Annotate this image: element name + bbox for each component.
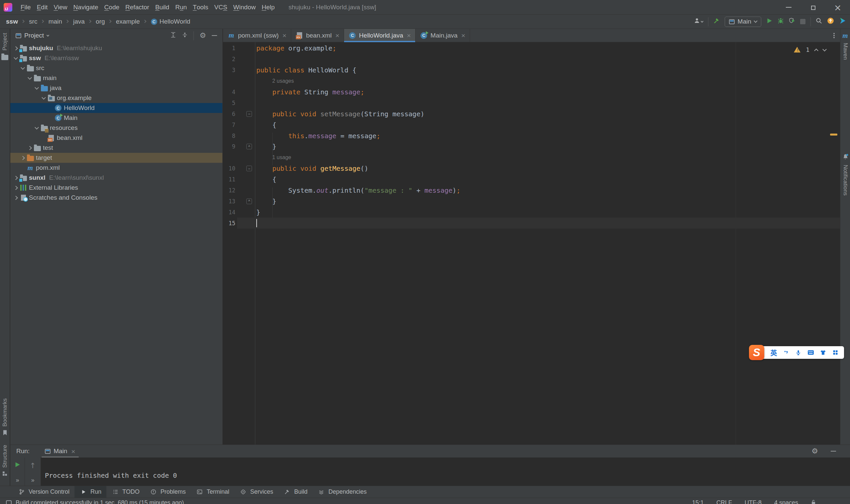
code-line-1[interactable]: 1package org.example; bbox=[223, 43, 840, 54]
menu-edit[interactable]: Edit bbox=[34, 0, 51, 15]
chevron-down-icon[interactable] bbox=[28, 75, 32, 80]
run-config-select[interactable]: Main bbox=[725, 17, 761, 27]
more-actions-icon[interactable]: » bbox=[31, 477, 34, 484]
breadcrumb-HelloWorld[interactable]: CHelloWorld bbox=[150, 18, 191, 25]
editor-tab-bean.xml[interactable]: bean.xml× bbox=[291, 29, 344, 42]
menu-view[interactable]: View bbox=[51, 0, 70, 15]
code-editor[interactable]: 1package org.example;23public class Hell… bbox=[223, 42, 840, 445]
chevron-right-icon[interactable] bbox=[21, 156, 25, 160]
tool-button-project[interactable]: Project bbox=[0, 33, 10, 62]
breadcrumb-main[interactable]: main bbox=[48, 18, 63, 25]
toolwindow-button-run[interactable]: Run bbox=[74, 486, 106, 498]
code-line-5[interactable]: 5 bbox=[223, 97, 840, 108]
breadcrumb-example[interactable]: example bbox=[116, 18, 141, 25]
tree-item-sunxl[interactable]: sunxlE:\learn\sunxl\sunxl bbox=[10, 173, 223, 183]
code-line-4[interactable]: 4 private String message; bbox=[223, 87, 840, 98]
close-button[interactable]: × bbox=[826, 0, 850, 15]
close-icon[interactable]: × bbox=[335, 32, 339, 39]
run-tab-main[interactable]: Main × bbox=[42, 445, 78, 457]
rerun-button[interactable] bbox=[14, 462, 21, 469]
tree-item-Main[interactable]: Main bbox=[10, 113, 223, 123]
tool-button-maven[interactable]: Maven bbox=[840, 32, 850, 60]
menu-help[interactable]: Help bbox=[259, 0, 278, 15]
tree-item-HelloWorld[interactable]: HelloWorld bbox=[10, 103, 223, 113]
editor-tab-Main.java[interactable]: Main.java× bbox=[415, 29, 470, 42]
tree-item-target[interactable]: target bbox=[10, 153, 223, 163]
collapse-all-icon[interactable] bbox=[182, 32, 188, 39]
chevron-down-icon[interactable] bbox=[35, 85, 39, 90]
code-line-9[interactable]: 9^ } bbox=[223, 141, 840, 152]
file-encoding[interactable]: UTF-8 bbox=[745, 499, 762, 504]
sogou-logo-icon[interactable]: S bbox=[749, 345, 764, 360]
menu-navigate[interactable]: Navigate bbox=[70, 0, 101, 15]
menu-refactor[interactable]: Refactor bbox=[122, 0, 152, 15]
search-everywhere-button[interactable] bbox=[816, 18, 822, 25]
menu-window[interactable]: Window bbox=[230, 0, 259, 15]
tree-item-test[interactable]: test bbox=[10, 143, 223, 153]
menu-build[interactable]: Build bbox=[152, 0, 172, 15]
chevron-right-icon[interactable] bbox=[14, 46, 18, 51]
tree-item-main[interactable]: main bbox=[10, 73, 223, 83]
indent-setting[interactable]: 4 spaces bbox=[774, 499, 798, 504]
hide-run-panel-icon[interactable] bbox=[831, 451, 836, 451]
code-line-10[interactable]: 10− public void getMessage() bbox=[223, 163, 840, 174]
restore-button[interactable] bbox=[801, 0, 826, 15]
chevron-right-icon[interactable] bbox=[14, 196, 18, 200]
inlay-hint[interactable]: 1 usage bbox=[223, 152, 840, 163]
chevron-right-icon[interactable] bbox=[28, 146, 32, 150]
breadcrumb-java[interactable]: java bbox=[72, 18, 85, 25]
debug-button[interactable] bbox=[778, 18, 784, 25]
run-settings-gear-icon[interactable]: ⚙ bbox=[811, 448, 818, 455]
update-button[interactable] bbox=[827, 17, 834, 26]
tool-button-structure[interactable]: Structure bbox=[0, 445, 10, 478]
menu-tools[interactable]: Tools bbox=[190, 0, 211, 15]
toolwindow-button-terminal[interactable]: Terminal bbox=[191, 486, 234, 498]
toolwindow-button-problems[interactable]: Problems bbox=[145, 486, 191, 498]
chevron-down-icon[interactable] bbox=[35, 125, 39, 130]
toolwindow-button-services[interactable]: Services bbox=[234, 486, 278, 498]
run-console[interactable]: Process finished with exit code 0 bbox=[41, 457, 850, 486]
punctuation-icon[interactable] bbox=[780, 350, 792, 355]
settings-gear-icon[interactable]: ⚙ bbox=[199, 32, 206, 39]
inspection-widget[interactable]: 1 bbox=[794, 46, 826, 53]
ide-gradient-button[interactable] bbox=[839, 17, 846, 26]
project-panel-title[interactable]: Project bbox=[24, 32, 44, 39]
scroll-up-icon[interactable]: ↑ bbox=[30, 462, 36, 470]
breadcrumb-src[interactable]: src bbox=[28, 18, 38, 25]
fold-collapse-icon[interactable]: − bbox=[246, 166, 252, 172]
previous-warning-icon[interactable] bbox=[814, 49, 818, 53]
skin-icon[interactable] bbox=[817, 349, 829, 356]
menu-file[interactable]: File bbox=[18, 0, 34, 15]
toolwindow-button-version-control[interactable]: Version Control bbox=[13, 486, 74, 498]
voice-icon[interactable] bbox=[792, 350, 804, 356]
chevron-down-icon[interactable] bbox=[14, 55, 18, 60]
minimize-button[interactable] bbox=[776, 0, 801, 15]
tree-item-resources[interactable]: resources bbox=[10, 123, 223, 133]
tree-item-pom.xml[interactable]: pom.xml bbox=[10, 163, 223, 173]
fold-collapse-icon[interactable]: − bbox=[246, 111, 252, 116]
expand-all-icon[interactable] bbox=[170, 32, 176, 39]
tree-item-shujuku[interactable]: shujukuE:\learn\shujuku bbox=[10, 43, 223, 53]
chevron-right-icon[interactable] bbox=[14, 186, 18, 190]
breadcrumb-org[interactable]: org bbox=[95, 18, 105, 25]
run-button[interactable] bbox=[766, 18, 773, 25]
fold-end-icon[interactable]: ^ bbox=[246, 144, 252, 149]
stop-button[interactable] bbox=[800, 19, 805, 24]
tree-item-ssw[interactable]: sswE:\learn\ssw bbox=[10, 53, 223, 63]
keyboard-icon[interactable] bbox=[804, 350, 817, 355]
chevron-down-icon[interactable] bbox=[47, 34, 49, 37]
toolwindow-button-build[interactable]: Build bbox=[278, 486, 313, 498]
close-icon[interactable]: × bbox=[407, 32, 411, 39]
tree-item-src[interactable]: src bbox=[10, 63, 223, 73]
code-line-13[interactable]: 13^ } bbox=[223, 196, 840, 206]
user-button[interactable] bbox=[694, 18, 703, 25]
tree-item-bean.xml[interactable]: bean.xml bbox=[10, 133, 223, 143]
chevron-right-icon[interactable] bbox=[14, 176, 18, 180]
menu-vcs[interactable]: VCS bbox=[211, 0, 230, 15]
coverage-button[interactable] bbox=[789, 18, 795, 25]
code-line-2[interactable]: 2 bbox=[223, 54, 840, 65]
code-line-6[interactable]: 6− public void setMessage(String message… bbox=[223, 108, 840, 119]
ime-language-mode[interactable]: 英 bbox=[767, 348, 780, 358]
chevron-down-icon[interactable] bbox=[41, 95, 46, 100]
menu-code[interactable]: Code bbox=[101, 0, 122, 15]
